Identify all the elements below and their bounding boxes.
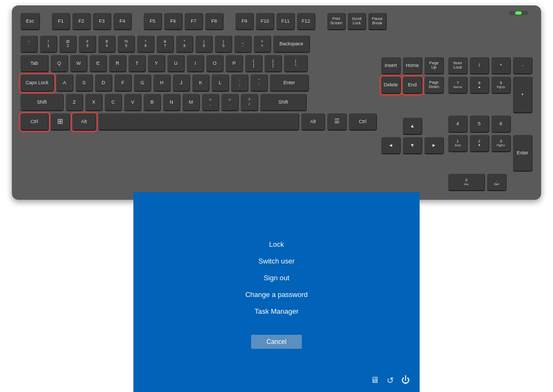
key-num-multiply[interactable]: * xyxy=(491,57,511,75)
key-num-7[interactable]: 7Home xyxy=(448,77,468,94)
key-f6[interactable]: F6 xyxy=(164,13,183,30)
key-shift-left[interactable]: Shift xyxy=(21,94,64,111)
key-enter[interactable]: Enter xyxy=(270,75,309,92)
key-print-screen[interactable]: PrintScreen xyxy=(327,13,346,30)
key-arrow-left[interactable]: ◄ xyxy=(381,137,401,154)
key-comma[interactable]: <, xyxy=(202,94,219,111)
key-a[interactable]: A xyxy=(56,75,73,92)
key-pause-break[interactable]: PauseBreak xyxy=(368,13,387,30)
key-period[interactable]: >. xyxy=(221,94,239,111)
key-num-8[interactable]: 8▲ xyxy=(470,77,489,94)
key-page-down[interactable]: PageDown xyxy=(424,77,444,94)
key-alt-left[interactable]: Alt xyxy=(72,113,96,131)
key-f[interactable]: F xyxy=(114,75,132,92)
key-m[interactable]: M xyxy=(183,94,200,111)
key-win-left[interactable]: ⊞ xyxy=(51,113,70,131)
key-arrow-down[interactable]: ▼ xyxy=(403,137,422,154)
monitor-icon[interactable]: 🖥 xyxy=(370,375,379,386)
key-num-2[interactable]: 2▼ xyxy=(470,135,489,152)
key-6[interactable]: ^6 xyxy=(137,36,154,53)
key-c[interactable]: C xyxy=(105,94,122,111)
key-p[interactable]: P xyxy=(226,55,243,72)
key-num-minus[interactable]: - xyxy=(513,57,532,75)
key-9[interactable]: (9 xyxy=(195,36,213,53)
key-num-5[interactable]: 5 xyxy=(470,116,489,133)
key-z[interactable]: Z xyxy=(66,94,83,111)
key-q[interactable]: Q xyxy=(51,55,68,72)
sleep-icon[interactable]: ↺ xyxy=(387,375,394,386)
key-backspace[interactable]: Backspace xyxy=(273,36,310,53)
key-y[interactable]: Y xyxy=(148,55,165,72)
dialog-item-sign-out[interactable]: Sign out xyxy=(133,269,420,286)
key-0[interactable]: )0 xyxy=(215,36,232,53)
key-home[interactable]: Home xyxy=(403,57,422,75)
key-num-6[interactable]: 6 xyxy=(491,116,511,133)
key-quote[interactable]: "' xyxy=(251,75,268,92)
key-num-0[interactable]: 0Ins xyxy=(448,174,485,191)
key-u[interactable]: U xyxy=(167,55,185,72)
key-f9[interactable]: F9 xyxy=(235,13,254,30)
key-slash[interactable]: ?/ xyxy=(241,94,258,111)
key-alt-right[interactable]: Alt xyxy=(301,113,325,131)
key-num-dot[interactable]: .Del xyxy=(487,174,507,191)
key-ctrl-right[interactable]: Ctrl xyxy=(349,113,377,131)
key-3[interactable]: #3 xyxy=(79,36,96,53)
key-f8[interactable]: F8 xyxy=(205,13,224,30)
key-f3[interactable]: F3 xyxy=(93,13,111,30)
key-d[interactable]: D xyxy=(95,75,112,92)
dialog-item-change-password[interactable]: Change a password xyxy=(133,286,420,303)
key-equals[interactable]: += xyxy=(254,36,271,53)
key-1[interactable]: !1 xyxy=(40,36,57,53)
key-shift-right[interactable]: Shift xyxy=(260,94,307,111)
key-2[interactable]: @2 xyxy=(59,36,77,53)
key-num-slash[interactable]: / xyxy=(470,57,489,75)
key-caps-lock[interactable]: Caps Lock xyxy=(21,75,54,92)
key-o[interactable]: O xyxy=(206,55,224,72)
key-f7[interactable]: F7 xyxy=(185,13,203,30)
key-w[interactable]: W xyxy=(70,55,87,72)
key-tilde[interactable]: ~` xyxy=(21,36,38,53)
key-v[interactable]: V xyxy=(124,94,141,111)
key-page-up[interactable]: PageUp xyxy=(424,57,444,75)
key-num-lock[interactable]: NumLock xyxy=(448,57,468,75)
key-5[interactable]: %5 xyxy=(118,36,135,53)
key-backslash[interactable]: |\ xyxy=(284,55,308,72)
key-f12[interactable]: F12 xyxy=(297,13,315,30)
key-8[interactable]: *8 xyxy=(176,36,193,53)
key-h[interactable]: H xyxy=(153,75,171,92)
dialog-cancel-button[interactable]: Cancel xyxy=(251,335,301,349)
key-scroll-lock[interactable]: ScrollLock xyxy=(348,13,366,30)
key-delete[interactable]: Delete xyxy=(381,77,401,94)
key-f1[interactable]: F1 xyxy=(52,13,70,30)
key-n[interactable]: N xyxy=(163,94,180,111)
key-arrow-up[interactable]: ▲ xyxy=(403,118,422,135)
key-7[interactable]: &7 xyxy=(157,36,174,53)
key-num-plus[interactable]: + xyxy=(513,77,532,113)
key-end[interactable]: End xyxy=(403,77,422,94)
key-num-enter[interactable]: Enter xyxy=(513,135,532,172)
key-arrow-right[interactable]: ► xyxy=(424,137,444,154)
power-icon[interactable]: ⏻ xyxy=(401,375,410,386)
key-x[interactable]: X xyxy=(85,94,103,111)
key-semicolon[interactable]: :; xyxy=(231,75,248,92)
dialog-item-switch-user[interactable]: Switch user xyxy=(133,253,420,269)
key-esc[interactable]: Esc xyxy=(21,13,40,30)
key-f10[interactable]: F10 xyxy=(256,13,274,30)
key-4[interactable]: $4 xyxy=(98,36,116,53)
key-space[interactable] xyxy=(98,113,299,131)
key-num-3[interactable]: 3PgDn xyxy=(491,135,511,152)
key-tab[interactable]: Tab xyxy=(21,55,49,72)
dialog-item-lock[interactable]: Lock xyxy=(133,236,420,253)
key-f2[interactable]: F2 xyxy=(72,13,91,30)
key-num-1[interactable]: 1End xyxy=(448,135,468,152)
key-g[interactable]: G xyxy=(134,75,151,92)
key-t[interactable]: T xyxy=(129,55,146,72)
key-ctrl-left[interactable]: Ctrl xyxy=(21,113,49,131)
key-r[interactable]: R xyxy=(109,55,126,72)
key-open-bracket[interactable]: {[ xyxy=(245,55,262,72)
key-b[interactable]: B xyxy=(144,94,161,111)
key-minus[interactable]: _- xyxy=(234,36,252,53)
key-i[interactable]: I xyxy=(187,55,204,72)
key-f4[interactable]: F4 xyxy=(113,13,132,30)
key-insert[interactable]: Insert xyxy=(381,57,401,75)
